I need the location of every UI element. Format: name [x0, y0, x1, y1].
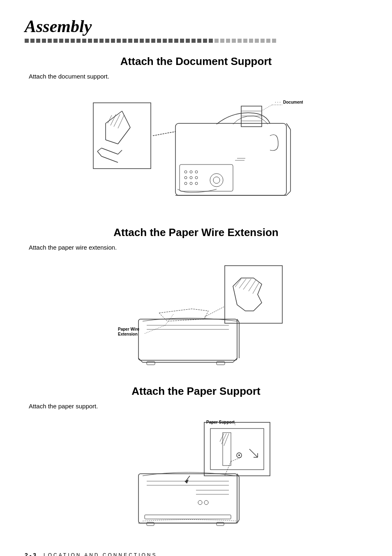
svg-text:Extension: Extension [118, 332, 138, 336]
svg-line-3 [118, 127, 130, 144]
svg-point-74 [238, 454, 240, 456]
dot [99, 39, 104, 43]
dot [226, 39, 230, 43]
divider [25, 39, 367, 43]
dot [128, 39, 132, 43]
diagram2-svg: Paper Wire Extension [106, 262, 286, 368]
dot [243, 39, 247, 43]
dot [174, 39, 178, 43]
svg-rect-17 [180, 164, 233, 191]
dot [209, 39, 213, 43]
dot [140, 39, 144, 43]
dot [48, 39, 52, 43]
svg-rect-65 [210, 429, 264, 470]
svg-rect-64 [204, 422, 270, 476]
dot [42, 39, 46, 43]
dot [186, 39, 190, 43]
svg-line-69 [224, 433, 229, 446]
diagram1-svg: Document Support · · · [89, 90, 303, 210]
svg-line-68 [221, 433, 226, 444]
svg-text:Paper Wire: Paper Wire [118, 327, 140, 331]
dot [122, 39, 127, 43]
dot [157, 39, 161, 43]
section2-title: Attach the Paper Wire Extension [25, 226, 367, 239]
svg-point-27 [210, 174, 223, 187]
dot [249, 39, 253, 43]
dot [214, 39, 219, 43]
svg-line-2 [122, 111, 130, 127]
section2-desc: Attach the paper wire extension. [29, 244, 367, 251]
section-paper-support: Attach the Paper Support Attach the pape… [25, 385, 367, 540]
svg-point-26 [195, 182, 198, 185]
page-title: Assembly [25, 16, 367, 36]
svg-line-37 [286, 123, 291, 130]
dot [238, 39, 242, 43]
svg-rect-60 [147, 361, 155, 365]
dot [117, 39, 121, 43]
dot [134, 39, 138, 43]
svg-line-95 [231, 457, 241, 461]
svg-line-48 [253, 282, 259, 294]
svg-point-25 [190, 182, 192, 185]
svg-text:Document Support: Document Support [283, 100, 303, 104]
footer-chapter-title: LOCATION AND CONNECTIONS [44, 552, 157, 556]
diagram-paper-wire: Paper Wire Extension [25, 257, 367, 373]
svg-rect-87 [145, 515, 231, 519]
svg-point-90 [198, 500, 202, 505]
dot [53, 39, 58, 43]
svg-point-22 [190, 176, 192, 179]
diagram-paper-support: Paper Support · · · [25, 416, 367, 540]
svg-point-18 [184, 171, 187, 173]
svg-point-20 [195, 171, 198, 173]
dot [94, 39, 98, 43]
svg-point-28 [213, 177, 220, 183]
section3-title: Attach the Paper Support [25, 385, 367, 398]
svg-point-19 [190, 171, 192, 173]
footer-page-number: 2 - 3 [25, 552, 36, 556]
dot [88, 39, 92, 43]
dot [197, 39, 201, 43]
section1-desc: Attach the document support. [29, 73, 367, 80]
dot [163, 39, 167, 43]
svg-line-39 [286, 191, 291, 195]
section3-desc: Attach the paper support. [29, 403, 367, 410]
dot [261, 39, 265, 43]
section1-title: Attach the Document Support [25, 55, 367, 68]
dot [65, 39, 69, 43]
svg-line-10 [101, 148, 118, 154]
svg-rect-92 [147, 522, 154, 526]
svg-line-47 [249, 280, 256, 291]
svg-line-33 [263, 105, 272, 110]
dot [25, 39, 29, 43]
svg-point-91 [204, 500, 208, 505]
svg-line-13 [97, 151, 101, 156]
dot [36, 39, 40, 43]
svg-rect-61 [217, 361, 225, 365]
svg-line-11 [118, 150, 122, 154]
dot [272, 39, 276, 43]
section-paper-wire: Attach the Paper Wire Extension Attach t… [25, 226, 367, 373]
svg-line-49 [204, 307, 224, 317]
dot [203, 39, 207, 43]
svg-line-15 [153, 132, 175, 136]
svg-point-21 [184, 176, 187, 179]
svg-line-14 [101, 156, 118, 162]
diagram3-svg: Paper Support · · · [118, 420, 274, 535]
svg-line-4 [106, 140, 118, 144]
svg-line-56 [165, 314, 173, 325]
svg-line-1 [106, 111, 122, 123]
svg-rect-0 [93, 103, 151, 169]
svg-line-9 [118, 115, 124, 128]
dot [71, 39, 75, 43]
svg-rect-93 [217, 522, 224, 526]
dot [145, 39, 150, 43]
svg-rect-16 [175, 123, 286, 195]
svg-rect-43 [225, 266, 282, 323]
svg-point-24 [184, 182, 187, 185]
dot [151, 39, 155, 43]
dot [255, 39, 259, 43]
dot [266, 39, 270, 43]
diagram-document-support: Document Support · · · [25, 86, 367, 214]
svg-text:· · ·: · · · [275, 100, 281, 104]
svg-line-70 [249, 449, 258, 457]
